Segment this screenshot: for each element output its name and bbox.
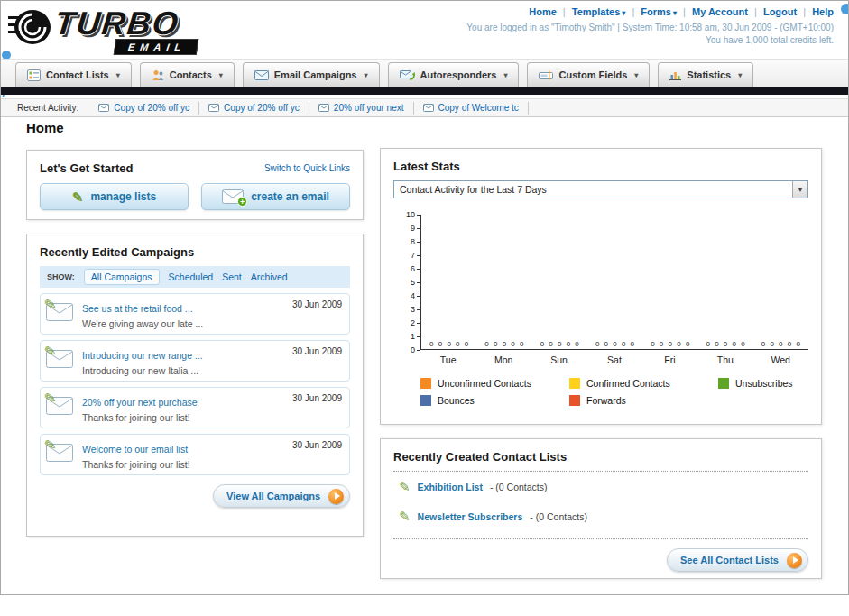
chart-x-tick-label: Thu — [697, 354, 752, 365]
top-nav: Home | Templates▾ | Forms▾ | My Account … — [466, 6, 834, 17]
statistics-icon — [669, 69, 681, 80]
envelope-icon — [423, 104, 434, 112]
chart-y-axis: 109876543210 — [399, 215, 420, 350]
campaign-date: 30 Jun 2009 — [292, 346, 342, 356]
chevron-down-icon: ▾ — [503, 71, 507, 79]
chart-legend: Unconfirmed ContactsConfirmed ContactsUn… — [420, 378, 808, 406]
autoresponders-icon — [400, 69, 415, 80]
campaigns-title: Recently Edited Campaigns — [40, 245, 350, 259]
chevron-down-icon: ▾ — [219, 71, 223, 79]
top-nav-forms[interactable]: Forms▾ — [641, 6, 677, 17]
latest-stats-panel: Latest Stats Contact Activity for the La… — [380, 148, 822, 425]
show-label: SHOW: — [47, 272, 75, 281]
campaign-date: 30 Jun 2009 — [292, 299, 342, 309]
filter-sent[interactable]: Sent — [222, 271, 242, 282]
email-campaigns-icon — [254, 70, 269, 80]
filter-all-campaigns[interactable]: All Campaigns — [84, 269, 160, 285]
decor-dot-right — [841, 4, 849, 14]
top-nav-help[interactable]: Help — [812, 6, 834, 17]
recent-activity-link[interactable]: 20% off your next — [334, 103, 404, 113]
contact-list-count: - (0 Contacts) — [490, 482, 548, 492]
contact-list-count: - (0 Contacts) — [530, 511, 587, 522]
top-nav-templates[interactable]: Templates▾ — [572, 6, 626, 17]
campaign-subtitle: Thanks for joining our list! — [82, 459, 190, 470]
campaign-row: ✎ Welcome to our email list Thanks for j… — [40, 434, 350, 475]
divider — [393, 538, 808, 539]
campaign-row: ✎ Introducing our new range ... Introduc… — [40, 340, 350, 382]
filter-scheduled[interactable]: Scheduled — [169, 271, 214, 282]
chart-x-tick-label: Wed — [753, 354, 808, 365]
main-nav: Contact Lists▾ Contacts▾ Email Campaigns… — [15, 62, 753, 87]
credits-info: You have 1,000 total credits left. — [466, 35, 834, 45]
contact-list-link[interactable]: Newsletter Subscribers — [418, 511, 523, 522]
tab-contact-lists[interactable]: Contact Lists▾ — [15, 62, 132, 87]
campaigns-panel: Recently Edited Campaigns SHOW: All Camp… — [26, 234, 364, 537]
contact-list-link[interactable]: Exhibition List — [418, 482, 483, 492]
tab-email-campaigns[interactable]: Email Campaigns▾ — [243, 62, 380, 87]
contact-lists-icon — [27, 69, 41, 81]
pencil-icon: ✎ — [399, 480, 411, 493]
chevron-down-icon: ▾ — [634, 71, 638, 79]
recent-activity-label: Recent Activity: — [17, 103, 78, 113]
recent-activity-link[interactable]: Copy of 20% off yc — [224, 103, 300, 113]
campaign-subtitle: We're giving away our late ... — [82, 318, 203, 329]
legend-label: Forwards — [586, 395, 626, 406]
create-email-button[interactable]: + create an email — [201, 183, 350, 210]
stats-activity-dropdown[interactable]: Contact Activity for the Last 7 Days ▼ — [393, 180, 808, 198]
pencil-icon: ✎ — [399, 510, 411, 523]
recent-activity-item: Copy of 20% off yc — [199, 102, 309, 115]
campaign-title-link[interactable]: Welcome to our email list — [82, 444, 188, 455]
campaign-title-link[interactable]: 20% off your next purchase — [82, 397, 198, 408]
view-all-campaigns-button[interactable]: View All Campaigns — [213, 484, 350, 508]
legend-swatch — [718, 378, 729, 389]
chart-x-axis: TueMonSunSatFriThuWed — [420, 354, 808, 365]
chevron-down-icon: ▾ — [673, 9, 677, 17]
top-nav-home[interactable]: Home — [529, 6, 557, 17]
tab-custom-fields[interactable]: Custom Fields▾ — [527, 62, 650, 87]
recent-activity-link[interactable]: Copy of 20% off yc — [114, 103, 189, 113]
legend-swatch — [569, 395, 580, 406]
latest-stats-title: Latest Stats — [393, 160, 808, 173]
legend-item: Confirmed Contacts — [569, 378, 718, 389]
contact-lists-title: Recently Created Contact Lists — [393, 450, 808, 464]
see-all-contact-lists-button[interactable]: See All Contact Lists — [667, 548, 808, 572]
legend-swatch — [569, 378, 580, 389]
filter-archived[interactable]: Archived — [251, 271, 288, 282]
legend-label: Confirmed Contacts — [586, 378, 670, 389]
chevron-down-icon: ▾ — [364, 71, 367, 79]
top-nav-logout[interactable]: Logout — [763, 6, 797, 17]
chevron-down-icon: ▾ — [116, 71, 120, 79]
chevron-down-icon: ▾ — [738, 71, 742, 79]
top-nav-my-account[interactable]: My Account — [692, 6, 748, 17]
tab-statistics[interactable]: Statistics▾ — [658, 62, 753, 87]
chart-x-tick-label: Sun — [531, 354, 586, 365]
campaign-edit-icon: ✎ — [46, 303, 75, 325]
campaign-title-link[interactable]: See us at the retail food ... — [82, 303, 193, 314]
arrow-right-icon — [787, 553, 802, 568]
campaign-date: 30 Jun 2009 — [292, 440, 342, 450]
chart-value-labels: 0 0 0 0 0 — [421, 340, 476, 348]
chevron-down-icon: ▾ — [622, 9, 625, 17]
manage-lists-button[interactable]: ✎ manage lists — [40, 183, 189, 210]
envelope-icon — [208, 104, 219, 112]
custom-fields-icon — [539, 70, 553, 80]
envelope-icon — [318, 104, 329, 112]
get-started-title: Let's Get Started — [40, 161, 134, 175]
legend-label: Unsubscribes — [735, 378, 793, 389]
contact-list-row: ✎ Newsletter Subscribers - (0 Contacts) — [393, 501, 808, 531]
header-right: Home | Templates▾ | Forms▾ | My Account … — [466, 6, 834, 45]
chart-value-labels: 0 0 0 0 0 — [697, 340, 752, 348]
legend-label: Unconfirmed Contacts — [438, 378, 531, 389]
campaign-title-link[interactable]: Introducing our new range ... — [82, 350, 203, 361]
contact-lists-panel: Recently Created Contact Lists ✎ Exhibit… — [380, 438, 822, 579]
chart-x-tick-label: Mon — [475, 354, 531, 365]
switch-quick-links-link[interactable]: Switch to Quick Links — [264, 163, 350, 173]
tab-autoresponders[interactable]: Autoresponders▾ — [388, 62, 520, 87]
campaigns-filter-bar: SHOW: All Campaigns Scheduled Sent Archi… — [40, 266, 350, 288]
chart-plot-area: 0 0 0 0 00 0 0 0 00 0 0 0 00 0 0 0 00 0 … — [420, 215, 808, 350]
recent-activity-link[interactable]: Copy of Welcome tc — [438, 103, 519, 113]
logo-subtitle: EMAIL — [114, 39, 199, 55]
campaign-subtitle: Thanks for joining our list! — [82, 412, 198, 423]
tab-contacts[interactable]: Contacts▾ — [140, 62, 235, 87]
legend-item: Forwards — [569, 395, 718, 406]
